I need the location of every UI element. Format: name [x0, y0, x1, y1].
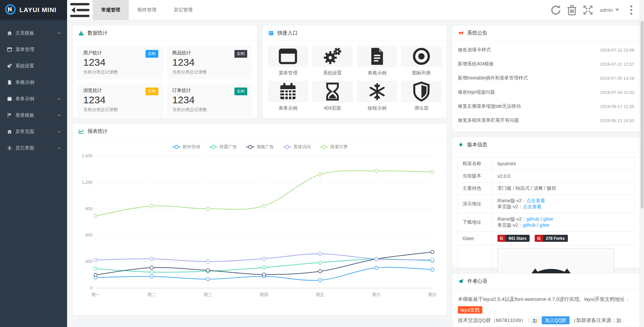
stat-value: 1234	[172, 94, 247, 106]
legend-item[interactable]: 直接访问	[283, 144, 311, 150]
legend-item[interactable]: 搜索引擎	[320, 144, 348, 150]
sidebar-item-home-template[interactable]: 主页模板	[0, 25, 67, 41]
demo-line-prefix: 单页版-v2：	[497, 204, 523, 209]
version-info-header: 版本信息	[452, 137, 640, 153]
quick-item-system-settings[interactable]: 系统设置	[312, 46, 353, 76]
quick-item-label: 表格示例	[357, 70, 397, 76]
announcement-text: 修改选项卡样式	[458, 47, 600, 53]
sidebar: LAYUI MINI 主页模板 菜单管理 系统设置 表格示例 表单	[0, 0, 67, 327]
warning-icon	[78, 30, 84, 36]
svg-text:周二: 周二	[147, 292, 156, 297]
quick-item-icon-list[interactable]: 图标列表	[401, 46, 442, 76]
legend-item[interactable]: 联盟广告	[209, 144, 237, 150]
github-link[interactable]: github	[526, 216, 539, 222]
qq-group-icon[interactable]	[531, 317, 539, 325]
version-demo-value: iframe版-v2：点击查看 单页版-v2：点击查看	[493, 195, 635, 213]
sidebar-item-menu-manage[interactable]: 菜单管理	[0, 41, 67, 58]
quick-item-table-demo[interactable]: 表格示例	[357, 46, 397, 76]
more-menu-button[interactable]	[625, 3, 638, 17]
sidebar-item-label: 菜单管理	[15, 47, 61, 53]
announcements-card: 系统公告 修改选项卡样式 2019-07-11 23:06 新增系统404模板 …	[452, 25, 640, 132]
tab-other-manage[interactable]: 其它管理	[165, 0, 201, 20]
stat-views: 浏览统计 1234 当前分类总记录数 实时	[78, 83, 163, 117]
sidebar-item-form-demo[interactable]: 表单示例	[0, 91, 67, 107]
file-icon	[357, 46, 397, 67]
version-download-value: iframe版-v2：github / gitee 单页版-v2：github …	[493, 213, 635, 232]
svg-text:周六: 周六	[372, 292, 381, 297]
tab-general-manage[interactable]: 常规管理	[93, 0, 129, 20]
legend-marker-icon	[172, 145, 181, 149]
calendar-icon	[268, 81, 308, 102]
legend-item[interactable]: 视频广告	[246, 144, 274, 150]
legend-item[interactable]: 邮件营销	[172, 144, 200, 150]
demo-view-link[interactable]: 点击查看	[526, 198, 545, 203]
quick-item-label: 表单示例	[268, 105, 308, 111]
collapse-menu-icon	[67, 0, 93, 23]
announcement-item[interactable]: 修改选项卡样式 2019-07-11 23:06	[458, 43, 634, 57]
quick-item-label: 404页面	[312, 105, 353, 111]
version-ver-label: 当前版本	[458, 170, 493, 182]
svg-text:1,500: 1,500	[82, 153, 93, 158]
gitee-badges: G941 Stars G278 Forks	[493, 232, 635, 245]
status-badge: 实时	[146, 88, 158, 95]
user-dropdown[interactable]: admin	[597, 7, 622, 13]
dot-circle-icon	[401, 46, 442, 67]
fullscreen-button[interactable]	[581, 3, 595, 17]
svg-text:600: 600	[85, 232, 93, 237]
version-name-value: layuimini	[493, 158, 635, 170]
announcement-item[interactable]: 新增系统404模板 2019-07-11 12:57	[458, 57, 634, 71]
gitee-stars-count: 941 Stars	[505, 235, 529, 242]
status-badge: 实时	[234, 88, 247, 95]
announcement-time: 2019-06-13 14:53	[600, 118, 634, 123]
gitee-link[interactable]: gitee	[543, 216, 553, 222]
gitee-stars-badge[interactable]: G941 Stars	[497, 235, 530, 242]
announcement-text: 修复左侧菜单缩放tab无法移动	[458, 103, 600, 109]
sidebar-item-login-template[interactable]: 登录模板	[0, 107, 67, 123]
stat-value: 1234	[83, 94, 158, 106]
announcement-item[interactable]: 修复左侧菜单缩放tab无法移动 2019-06-17 11:55	[458, 99, 634, 113]
quick-item-button-demo[interactable]: 按钮示例	[357, 81, 397, 111]
stat-desc: 当前分类总记录数	[83, 107, 158, 113]
gitee-forks-badge[interactable]: G278 Forks	[535, 235, 568, 242]
sidebar-item-table-demo[interactable]: 表格示例	[0, 74, 67, 91]
sidebar-item-label: 系统设置	[15, 63, 61, 69]
quick-grid: 菜单管理 系统设置 表格示例	[263, 41, 447, 116]
card-title: 作者心语	[467, 278, 487, 284]
sidebar-item-other-pages[interactable]: 其它界面	[0, 140, 67, 156]
announcement-time: 2019-07-05 14:28	[600, 76, 634, 81]
chevron-down-icon	[57, 97, 61, 101]
sidebar-item-label: 表单示例	[15, 96, 57, 102]
sidebar-item-system-settings[interactable]: 系统设置	[0, 58, 67, 74]
sidebar-item-error-pages[interactable]: 异常页面	[0, 123, 67, 140]
window-icon	[268, 30, 274, 36]
announcement-item[interactable]: 修改logo缩放问题 2019-07-04 11:02	[458, 85, 634, 99]
sidebar-item-label: 异常页面	[15, 129, 57, 135]
scrollbar-thumb[interactable]	[641, 21, 644, 209]
layui-doc-badge[interactable]: layui文档	[458, 306, 482, 314]
page-scrollbar	[640, 0, 644, 327]
join-qq-group-badge[interactable]: 加入QQ群	[542, 316, 570, 324]
github-link[interactable]: github	[523, 222, 535, 228]
gitee-link[interactable]: gitee	[539, 222, 549, 228]
quick-item-form-demo[interactable]: 表单示例	[268, 81, 308, 111]
refresh-button[interactable]	[549, 3, 562, 17]
link-separator: /	[539, 216, 543, 222]
stat-users: 用户统计 1234 当前分类总记录数 实时	[78, 46, 163, 79]
sidebar-item-label: 其它界面	[15, 145, 57, 151]
tab-component-manage[interactable]: 组件管理	[129, 0, 165, 20]
clear-cache-button[interactable]	[565, 3, 579, 17]
version-info-card: 版本信息 框架名称 layuimini 当前版本 v2.0.0	[452, 137, 640, 268]
announcement-item[interactable]: 新增treetable插件和菜单管理样式 2019-07-05 14:28	[458, 71, 634, 85]
logo[interactable]: LAYUI MINI	[0, 0, 67, 20]
quick-item-label: 图标列表	[401, 70, 442, 76]
svg-text:周五: 周五	[316, 292, 324, 297]
quick-item-404-page[interactable]: 404页面	[312, 81, 353, 111]
demo-view-link[interactable]: 点击查看	[523, 204, 541, 209]
quick-item-menu-manage[interactable]: 菜单管理	[268, 46, 308, 76]
announcement-item[interactable]: 修复多模块菜单栏展开有问题 2019-06-13 14:53	[458, 113, 634, 127]
quick-item-popup-layer[interactable]: 弹出层	[401, 81, 442, 111]
collapse-menu-button[interactable]	[67, 0, 93, 20]
author-words-card: 作者心语 本模板基于layui2.5.4以及font-awesome-4.7.0…	[452, 273, 640, 327]
chart-canvas: 03006009001,2001,500周一周二周三周四周五周六周日	[76, 151, 438, 302]
quick-item-label: 系统设置	[312, 70, 353, 76]
